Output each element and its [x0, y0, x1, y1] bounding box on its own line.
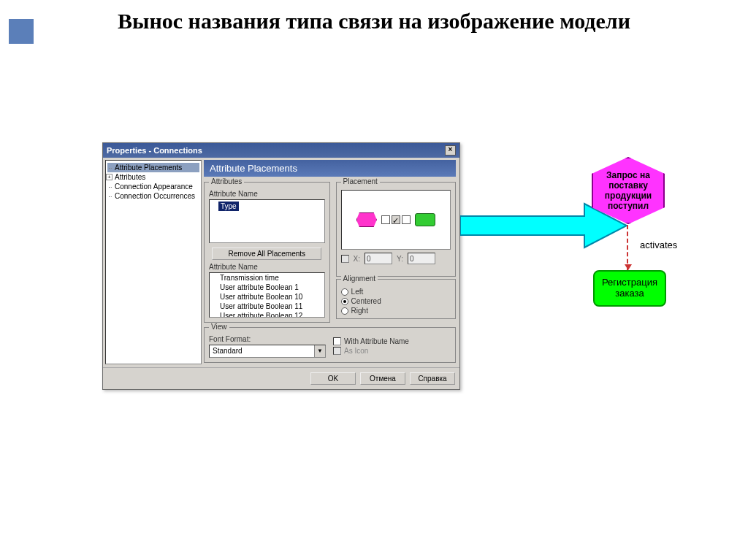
tree-item-connection-appearance[interactable]: Connection Appearance [107, 182, 199, 191]
green-shape-icon [415, 213, 435, 226]
tree-item-attribute-placements[interactable]: Attribute Placements [107, 163, 199, 172]
hex-shape-icon [356, 212, 377, 227]
section-header: Attribute Placements [204, 160, 456, 177]
align-left-radio[interactable]: Left [341, 287, 451, 296]
tree-item-attributes[interactable]: Attributes [107, 172, 199, 182]
dialog-title: Properties - Connections [107, 146, 202, 155]
align-right-radio[interactable]: Right [341, 306, 451, 315]
attr-name-label-1: Attribute Name [209, 190, 325, 198]
arrowhead-icon [625, 264, 632, 270]
close-icon[interactable]: × [445, 145, 456, 156]
function-label: Регистрация заказа [595, 277, 665, 299]
help-button[interactable]: Справка [410, 372, 455, 385]
x-label: X: [354, 255, 360, 263]
alignment-group-title: Alignment [341, 275, 378, 283]
view-group-title: View [209, 323, 229, 331]
xy-lock-checkbox [341, 255, 349, 263]
placement-slot-checked[interactable]: ✓ [392, 215, 400, 224]
nav-tree[interactable]: Attribute Placements Attributes Connecti… [105, 160, 202, 364]
attr-item[interactable]: User attribute Boolean 12 [210, 311, 324, 318]
with-attr-name-checkbox[interactable]: With Attribute Name [333, 337, 409, 346]
font-format-label: Font Format: [209, 335, 326, 343]
dashed-connector [627, 225, 628, 270]
chevron-down-icon[interactable]: ▼ [314, 345, 325, 357]
view-group: View Font Format: Standard ▼ With Attrib… [204, 327, 456, 363]
y-label: Y: [397, 255, 403, 263]
placement-slot[interactable] [381, 215, 390, 224]
font-format-combo[interactable]: Standard ▼ [209, 345, 326, 358]
placement-slot[interactable] [402, 215, 411, 224]
slide-title: Вынос названия типа связи на изображение… [0, 7, 748, 35]
attr-item[interactable]: User attribute Boolean 11 [210, 302, 324, 311]
tree-item-connection-occurrences[interactable]: Connection Occurrences [107, 191, 199, 201]
activates-label: activates [640, 239, 677, 250]
dialog-titlebar[interactable]: Properties - Connections × [103, 143, 459, 158]
event-label: Запрос на поставку продукции поступил [596, 170, 660, 211]
align-centered-radio[interactable]: Centered [341, 296, 451, 306]
as-icon-checkbox: As Icon [333, 346, 409, 356]
cancel-button[interactable]: Отмена [360, 372, 405, 385]
placement-group-title: Placement [341, 177, 380, 185]
attributes-group-title: Attributes [209, 177, 244, 185]
function-node: Регистрация заказа [593, 270, 666, 307]
font-format-value: Standard [210, 345, 314, 357]
x-input[interactable] [365, 253, 392, 264]
placement-group: Placement ✓ X: [336, 182, 456, 277]
alignment-group: Alignment Left Centered Right [336, 279, 456, 319]
event-node: Запрос на поставку продукции поступил [592, 157, 665, 224]
remove-all-button[interactable]: Remove All Placements [212, 248, 321, 260]
attr-name-label-2: Attribute Name [209, 263, 325, 271]
attributes-group: Attributes Attribute Name Type Remove Al… [204, 182, 330, 323]
selected-attr-item[interactable]: Type [218, 202, 239, 211]
attr-list[interactable]: Transmission time User attribute Boolean… [209, 272, 325, 318]
attr-item[interactable]: User attribute Boolean 1 [210, 283, 324, 292]
attr-item[interactable]: Transmission time [210, 273, 324, 283]
attr-item[interactable]: User attribute Boolean 10 [210, 292, 324, 302]
placement-preview[interactable]: ✓ [341, 190, 451, 250]
event-hex-shape: Запрос на поставку продукции поступил [592, 157, 665, 224]
ok-button[interactable]: OK [310, 372, 356, 385]
y-input[interactable] [408, 253, 435, 264]
selected-attr-listbox[interactable]: Type [209, 199, 325, 243]
properties-dialog: Properties - Connections × Attribute Pla… [102, 142, 460, 390]
